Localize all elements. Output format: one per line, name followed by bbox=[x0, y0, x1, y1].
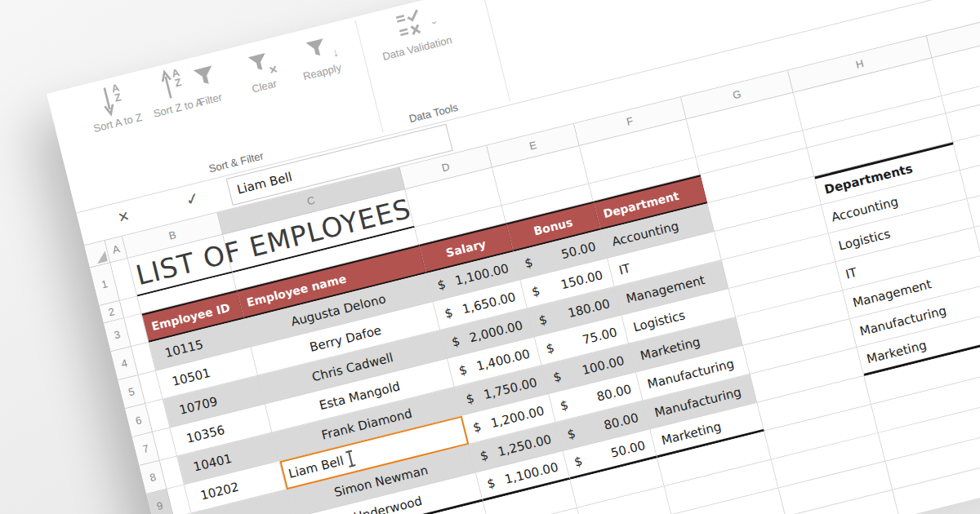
cancel-icon[interactable]: ✕ bbox=[116, 207, 131, 227]
currency-symbol: $ bbox=[572, 453, 584, 469]
amount: 1,100.00 bbox=[453, 260, 510, 288]
filter-reapply-icon: ↓ bbox=[302, 30, 331, 69]
currency-symbol: $ bbox=[566, 426, 577, 442]
filter-button[interactable]: Filter bbox=[175, 54, 238, 112]
amount: 1,250.00 bbox=[497, 432, 553, 459]
reapply-filter-button[interactable]: ↓ Reapply bbox=[281, 24, 355, 86]
currency-symbol: $ bbox=[551, 369, 563, 385]
amount: 1,750.00 bbox=[482, 374, 538, 402]
sort-a-to-z-button[interactable]: AZ Sort A to Z bbox=[78, 76, 149, 136]
currency-symbol: $ bbox=[465, 390, 476, 406]
sort-az-icon: AZ bbox=[98, 81, 126, 119]
data-validation-icon: ⌄ bbox=[393, 5, 431, 46]
filter-clear-icon: ✕ bbox=[244, 45, 273, 83]
currency-symbol: $ bbox=[457, 361, 469, 378]
currency-symbol: $ bbox=[436, 277, 448, 293]
amount: 1,400.00 bbox=[474, 346, 531, 374]
amount: 150.00 bbox=[559, 268, 604, 292]
amount: 1,100.00 bbox=[503, 459, 559, 487]
data-validation-button[interactable]: ⌄ Data Validation bbox=[367, 0, 461, 64]
amount: 80.00 bbox=[602, 410, 639, 432]
currency-symbol: $ bbox=[471, 419, 483, 435]
text-cursor bbox=[348, 450, 354, 467]
select-all-icon bbox=[95, 250, 108, 264]
currency-symbol: $ bbox=[559, 397, 570, 414]
currency-symbol: $ bbox=[486, 475, 497, 491]
amount: 1,650.00 bbox=[461, 289, 517, 317]
editing-cell-value: Liam Bell bbox=[287, 453, 345, 481]
currency-symbol: $ bbox=[450, 333, 461, 349]
amount: 1,200.00 bbox=[489, 403, 546, 431]
formula-value: Liam Bell bbox=[235, 170, 293, 197]
amount: 75.00 bbox=[581, 325, 618, 348]
amount: 100.00 bbox=[581, 352, 626, 377]
amount: 50.00 bbox=[609, 437, 647, 460]
currency-symbol: $ bbox=[537, 312, 549, 328]
amount: 2,000.00 bbox=[468, 317, 524, 345]
desktop-background: AZ Sort A to Z AZ Sort Z to A Filter bbox=[0, 0, 980, 514]
currency-symbol: $ bbox=[530, 283, 541, 299]
amount: 180.00 bbox=[566, 296, 611, 321]
amount: 80.00 bbox=[595, 381, 633, 404]
excel-window: AZ Sort A to Z AZ Sort Z to A Filter bbox=[47, 0, 980, 514]
currency-symbol: $ bbox=[479, 447, 490, 463]
filter-icon bbox=[189, 58, 220, 97]
currency-symbol: $ bbox=[545, 340, 556, 357]
currency-symbol: $ bbox=[443, 304, 455, 321]
amount: 50.00 bbox=[559, 239, 597, 262]
currency-symbol: $ bbox=[523, 255, 535, 271]
enter-icon[interactable]: ✓ bbox=[184, 188, 202, 210]
ribbon-group-separator-2 bbox=[482, 0, 510, 101]
